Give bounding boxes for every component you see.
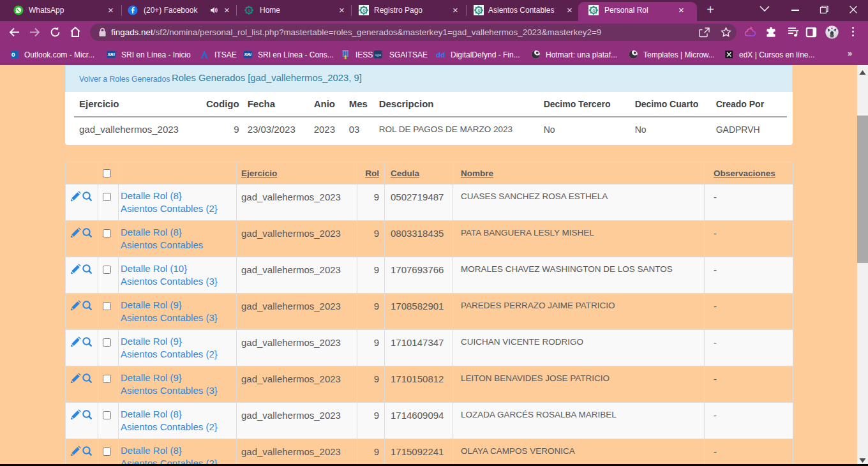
svg-text:sga: sga: [375, 53, 382, 57]
svg-text:dd: dd: [436, 50, 445, 59]
svg-text:SRi: SRi: [244, 52, 251, 57]
svg-text:SRi: SRi: [108, 52, 115, 57]
